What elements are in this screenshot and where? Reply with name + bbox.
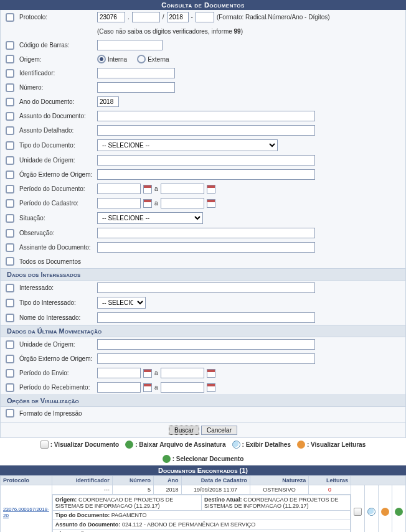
protocolo-link[interactable]: 23076.000167/2018-20 xyxy=(3,506,49,518)
select-icon xyxy=(163,455,171,463)
buscar-button[interactable]: Buscar xyxy=(169,426,199,435)
checkbox-mov-orgao[interactable] xyxy=(6,355,14,363)
checkbox-tipo-doc[interactable] xyxy=(6,141,14,150)
col-numero: Número xyxy=(112,476,153,485)
checkbox-tipo-interessado[interactable] xyxy=(6,299,14,307)
select-situacao[interactable]: -- SELECIONE -- xyxy=(97,212,203,224)
input-radical[interactable] xyxy=(97,12,125,22)
checkbox-orgao-externo[interactable] xyxy=(6,170,14,179)
checkbox-periodo-receb[interactable] xyxy=(6,383,14,392)
input-ano-doc[interactable] xyxy=(97,96,119,107)
results-header: Documentos Encontrados (1) xyxy=(0,465,406,475)
col-protocolo: Protocolo xyxy=(1,476,52,485)
calendar-icon[interactable] xyxy=(207,383,215,392)
user-icon xyxy=(297,441,305,449)
input-periodo-doc-fim[interactable] xyxy=(161,184,204,194)
input-periodo-doc-ini[interactable] xyxy=(97,184,141,194)
input-codigo-barras[interactable] xyxy=(97,40,163,50)
section-header-consulta: Consulta de Documentos xyxy=(0,0,406,10)
calendar-icon[interactable] xyxy=(143,199,152,208)
checkbox-numero[interactable] xyxy=(6,83,14,92)
input-numero[interactable] xyxy=(97,82,175,93)
table-row: 23076.000167/2018-20 --- 5 2018 19/09/20… xyxy=(1,485,406,495)
input-envio-ini[interactable] xyxy=(97,368,141,378)
document-icon xyxy=(40,441,49,449)
checkbox-nome-interessado[interactable] xyxy=(6,314,14,322)
checkbox-protocolo[interactable] xyxy=(6,13,14,22)
col-identificador: Identificador xyxy=(52,476,112,485)
input-unidade-origem[interactable] xyxy=(97,155,315,166)
calendar-icon[interactable] xyxy=(143,185,152,194)
input-orgao-externo[interactable] xyxy=(97,169,315,180)
checkbox-periodo-cad[interactable] xyxy=(6,199,14,208)
checkbox-codigo-barras[interactable] xyxy=(6,41,14,50)
checkbox-periodo-envio[interactable] xyxy=(6,369,14,378)
checkbox-todos[interactable] xyxy=(6,257,14,266)
calendar-icon[interactable] xyxy=(143,369,152,378)
input-envio-fim[interactable] xyxy=(161,368,204,378)
col-data: Data de Cadastro xyxy=(181,476,250,485)
checkbox-identificador[interactable] xyxy=(6,69,14,78)
checkbox-assinante[interactable] xyxy=(6,243,14,252)
input-observacao[interactable] xyxy=(97,228,315,238)
checkbox-interessado[interactable] xyxy=(6,284,14,292)
cancelar-button[interactable]: Cancelar xyxy=(201,426,237,435)
input-digitos[interactable] xyxy=(196,12,214,22)
label-protocolo: Protocolo: xyxy=(19,14,97,21)
checkbox-mov-unidade[interactable] xyxy=(6,340,14,349)
zoom-icon xyxy=(232,441,240,449)
subsection-movimentacao: Dados da Última Movimentação xyxy=(1,325,405,337)
input-nome-interessado[interactable] xyxy=(97,312,315,323)
action-readings-icon[interactable] xyxy=(381,508,389,516)
col-natureza: Natureza xyxy=(250,476,309,485)
col-ano: Ano xyxy=(153,476,181,485)
input-receb-ini[interactable] xyxy=(97,382,141,393)
input-periodo-cad-ini[interactable] xyxy=(97,198,141,208)
checkbox-periodo-doc[interactable] xyxy=(6,185,14,194)
calendar-icon[interactable] xyxy=(207,369,215,378)
input-assunto-doc[interactable] xyxy=(97,111,315,121)
input-identificador[interactable] xyxy=(97,68,175,78)
calendar-icon[interactable] xyxy=(207,185,215,194)
subsection-visualizacao: Opções de Visualização xyxy=(1,394,405,407)
checkbox-ano-doc[interactable] xyxy=(6,98,14,106)
label-codigo-barras: Código de Barras: xyxy=(19,42,97,49)
checkbox-assunto-det[interactable] xyxy=(6,126,14,135)
radio-externa[interactable] xyxy=(137,55,146,63)
radio-interna[interactable] xyxy=(97,55,106,63)
col-leituras: Leituras xyxy=(309,476,351,485)
input-mov-unidade[interactable] xyxy=(97,339,315,350)
input-ano-proto[interactable] xyxy=(167,12,189,22)
input-assinante[interactable] xyxy=(97,242,315,253)
input-interessado[interactable] xyxy=(97,282,315,293)
hint-formato: (Formato: Radical.Número/Ano - Dígitos) xyxy=(217,14,330,21)
calendar-icon[interactable] xyxy=(207,199,215,208)
input-numero-proto[interactable] xyxy=(132,12,160,22)
input-receb-fim[interactable] xyxy=(161,382,204,393)
label-origem: Origem: xyxy=(19,56,97,63)
checkbox-formato-impressao[interactable] xyxy=(6,409,14,418)
checkbox-observacao[interactable] xyxy=(6,229,14,238)
checkbox-situacao[interactable] xyxy=(6,214,14,223)
select-tipo-interessado[interactable]: -- SELECIONE -- xyxy=(97,297,146,309)
input-assunto-det[interactable] xyxy=(97,125,315,136)
checkbox-assunto-doc[interactable] xyxy=(6,112,14,121)
input-periodo-cad-fim[interactable] xyxy=(161,198,204,208)
calendar-icon[interactable] xyxy=(143,383,152,392)
action-details-icon[interactable] xyxy=(367,508,375,516)
subsection-interessados: Dados dos Interessados xyxy=(1,268,405,281)
action-view-doc-icon[interactable] xyxy=(354,508,362,516)
select-tipo-doc[interactable]: -- SELECIONE -- xyxy=(97,139,278,151)
checkbox-unidade-origem[interactable] xyxy=(6,156,14,165)
input-mov-orgao[interactable] xyxy=(97,353,315,364)
checkbox-origem[interactable] xyxy=(6,55,14,63)
action-select-icon[interactable] xyxy=(395,508,403,516)
download-icon xyxy=(125,441,133,449)
